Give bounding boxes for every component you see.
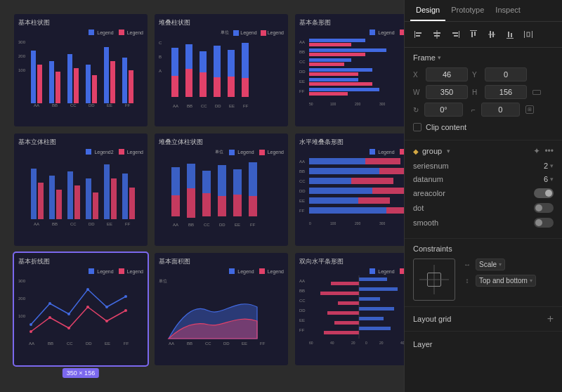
areacolor-toggle[interactable]	[534, 188, 554, 198]
top-bottom-dropdown[interactable]: Top and bottom ▾	[476, 275, 536, 287]
frame-title: Frame	[413, 53, 436, 62]
svg-rect-195	[532, 31, 532, 38]
constraints-box[interactable]	[413, 259, 455, 301]
tab-inspect[interactable]: Inspect	[490, 0, 525, 21]
svg-text:60: 60	[309, 341, 313, 345]
group-chevron: ▾	[447, 148, 450, 155]
seriesnum-value[interactable]: 2 ▾	[544, 162, 554, 170]
svg-text:300: 300	[18, 40, 26, 44]
h-input[interactable]	[485, 85, 527, 99]
chart-3d-bar[interactable]: 基本立体柱图 Legend2 Legend AA BB CC	[14, 133, 148, 246]
clip-content-label: Clip content	[426, 123, 466, 131]
chart-horizontal-bar[interactable]: 基本条形图 Legend Legend AA BB CC DD EE FF	[295, 14, 404, 126]
chart-h-stacked[interactable]: 水平堆叠条形图 Legend Legend AA BB CC DD EE FF	[295, 133, 404, 246]
dot-toggle[interactable]	[534, 203, 554, 213]
clip-content-checkbox[interactable]	[413, 123, 422, 131]
svg-rect-93	[249, 162, 257, 196]
constraints-visual: ↔ Scale ▾ ↕ Top and bottom ▾	[413, 259, 554, 301]
svg-text:DD: DD	[215, 104, 221, 107]
canvas-area[interactable]: 基本柱状图 Legend Legend 300 200 100	[0, 0, 404, 392]
w-input[interactable]	[426, 85, 468, 99]
corner-type-btn[interactable]: ⊞	[525, 105, 534, 114]
svg-rect-30	[214, 46, 221, 77]
group-left: ◆ group ▾	[413, 147, 450, 155]
diamond-icon: ◆	[413, 148, 419, 155]
svg-rect-88	[202, 193, 211, 216]
svg-rect-159	[359, 297, 380, 301]
chart-bidirectional[interactable]: 双向水平条形图 Legend Legend AA BB CC DD EE FF	[295, 253, 404, 365]
rotation-row: ↻ ⌐ ⊞	[413, 103, 554, 117]
right-panel: Design Prototype Inspect Frame	[404, 0, 562, 392]
align-top-btn[interactable]	[466, 27, 481, 41]
svg-rect-92	[233, 195, 242, 216]
smooth-toggle[interactable]	[534, 218, 554, 228]
svg-rect-194	[524, 31, 525, 38]
tab-design[interactable]: Design	[410, 0, 445, 21]
tab-prototype[interactable]: Prototype	[445, 0, 490, 21]
chart-stacked-bar[interactable]: 堆叠柱状图 单位 Legend Legend C B A	[155, 14, 288, 126]
svg-rect-164	[320, 292, 359, 295]
align-center-v-btn[interactable]	[485, 27, 499, 41]
align-right-btn[interactable]	[448, 27, 462, 41]
svg-rect-179	[437, 30, 438, 39]
svg-text:AA: AA	[173, 223, 178, 227]
svg-rect-177	[416, 32, 422, 34]
corner-input[interactable]	[481, 103, 520, 117]
add-layout-grid-btn[interactable]: +	[547, 313, 554, 325]
y-input[interactable]	[485, 67, 527, 81]
svg-text:B: B	[159, 55, 162, 59]
svg-text:CC: CC	[204, 223, 210, 227]
datanum-value[interactable]: 6 ▾	[544, 175, 554, 183]
svg-text:DD: DD	[223, 341, 230, 346]
svg-text:AA: AA	[34, 222, 39, 226]
svg-rect-109	[309, 168, 379, 174]
chart-area[interactable]: 基本面积图 Legend Legend 单位 AA BB CC DD EE FF	[155, 253, 288, 365]
more-group-icon[interactable]: •••	[544, 146, 554, 156]
svg-rect-190	[492, 32, 494, 37]
svg-text:CC: CC	[67, 341, 73, 346]
svg-rect-183	[452, 32, 458, 34]
svg-text:AA: AA	[34, 103, 39, 107]
hstacked-svg: AA BB CC DD EE FF 0 100 200	[299, 156, 404, 226]
add-group-icon[interactable]: ✦	[533, 146, 540, 156]
svg-text:BB: BB	[299, 50, 305, 54]
distribute-btn[interactable]	[521, 27, 535, 41]
svg-point-126	[30, 323, 32, 326]
scale-dropdown[interactable]: Scale ▾	[476, 259, 505, 270]
y-label: Y	[472, 71, 481, 79]
svg-text:DD: DD	[89, 103, 95, 107]
seriesnum-chevron: ▾	[550, 162, 554, 169]
align-bottom-btn[interactable]	[503, 27, 517, 41]
charts-grid: 基本柱状图 Legend Legend 300 200 100	[14, 14, 404, 365]
svg-rect-72	[93, 192, 98, 219]
svg-text:100: 100	[18, 314, 26, 318]
svg-rect-28	[200, 51, 207, 72]
svg-text:BB: BB	[52, 103, 58, 107]
vertical-constraint-row: ↕ Top and bottom ▾	[462, 275, 554, 287]
svg-rect-168	[324, 331, 359, 334]
datanum-label: datanum	[413, 175, 443, 183]
chart-basic-bar[interactable]: 基本柱状图 Legend Legend 300 200 100	[14, 14, 148, 126]
svg-text:0: 0	[365, 341, 367, 345]
chart-stacked-3d[interactable]: 堆叠立体柱状图 单位 Legend Legend AA BB	[155, 133, 288, 246]
scale-arrow: ▾	[499, 261, 502, 268]
datanum-row: datanum 6 ▾	[413, 175, 554, 183]
svg-rect-24	[171, 48, 178, 76]
rotation-input[interactable]	[424, 103, 463, 117]
chart-line[interactable]: 基本折线图 Legend Legend 300 200 100	[14, 253, 148, 365]
hbar-svg: AA BB CC DD EE FF 50	[299, 37, 404, 107]
svg-text:300: 300	[379, 221, 386, 226]
svg-rect-176	[414, 31, 415, 38]
x-input[interactable]	[426, 67, 468, 81]
xy-row: X Y	[413, 67, 554, 81]
align-center-h-btn[interactable]	[430, 27, 444, 41]
svg-rect-108	[365, 158, 400, 164]
svg-rect-115	[309, 197, 358, 204]
align-left-btn[interactable]	[412, 27, 426, 41]
svg-rect-111	[309, 178, 351, 184]
dot-label: dot	[413, 204, 424, 212]
svg-text:FF: FF	[260, 341, 266, 346]
lock-ratio-btn[interactable]	[532, 90, 541, 95]
svg-rect-68	[56, 190, 62, 219]
smooth-label: smooth	[413, 218, 438, 227]
